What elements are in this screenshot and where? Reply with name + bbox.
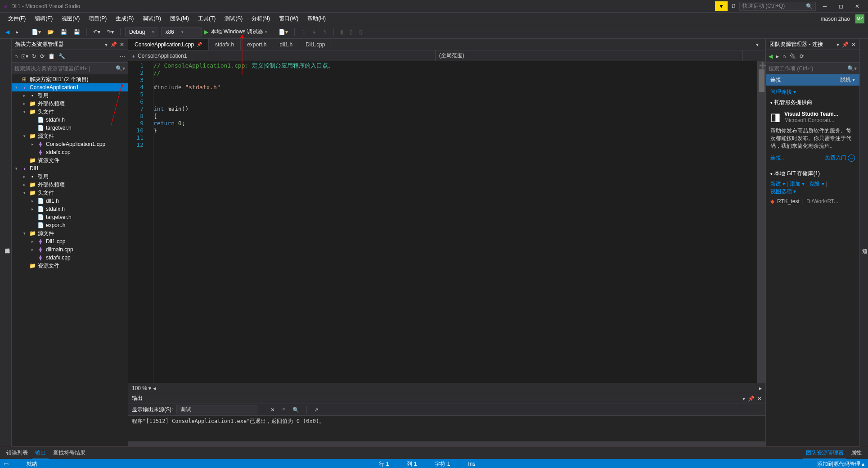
notifications-tab[interactable]: 通知 — [860, 39, 868, 447]
connect-link[interactable]: 连接... — [770, 154, 786, 162]
find-icon[interactable]: 🔍 — [291, 406, 301, 414]
git-action-link[interactable]: 添加 ▾ — [790, 181, 805, 187]
team-connect-header[interactable]: 连接 脱机 ▾ — [766, 74, 859, 86]
debugger-dropdown[interactable]: 本地 Windows 调试器▾ — [211, 28, 267, 36]
tree-item[interactable]: 📄export.h — [12, 221, 128, 229]
output-text[interactable]: 程序"[11512] ConsoleApplication1.exe"已退出，返… — [128, 416, 765, 441]
pin-icon[interactable]: 📌 — [842, 41, 849, 48]
tab-overflow-icon[interactable]: ▾ — [750, 39, 765, 50]
username-label[interactable]: mason zhao — [818, 16, 853, 22]
free-start-link[interactable]: 免费入门 — [825, 154, 846, 161]
forward-icon[interactable]: ▸ — [776, 53, 779, 59]
close-icon[interactable]: ✕ — [757, 395, 762, 402]
bottom-tab[interactable]: 错误列表 — [4, 447, 31, 459]
maximize-button[interactable]: ◻ — [834, 3, 848, 9]
menu-item[interactable]: 帮助(H) — [303, 13, 330, 24]
menu-item[interactable]: 分析(N) — [247, 13, 274, 24]
menu-item[interactable]: 工具(T) — [193, 13, 220, 24]
tree-item[interactable]: ▸⧫dllmain.cpp — [12, 245, 128, 254]
goto-icon[interactable]: ↗ — [312, 406, 320, 414]
nav-member-dropdown[interactable] — [743, 50, 765, 61]
close-icon[interactable]: ✕ — [120, 41, 124, 48]
solution-search-input[interactable] — [14, 65, 116, 72]
local-git-header[interactable]: ▾本地 GIT 存储库(1) — [770, 167, 855, 180]
document-tab[interactable]: ConsoleApplication1.cpp📌 — [128, 39, 209, 50]
config-dropdown[interactable]: Debug▾ — [125, 27, 158, 36]
tree-item[interactable]: ▾📁头文件 — [12, 189, 128, 197]
code-editor[interactable]: 123456789101112 // ConsoleApplication1.c… — [128, 61, 765, 383]
git-action-link[interactable]: 新建 ▾ — [770, 181, 785, 187]
new-item-button[interactable]: 📄▾ — [277, 28, 290, 36]
start-debug-play-icon[interactable]: ▶ — [204, 29, 208, 35]
zoom-dropdown[interactable]: 100 % ▾ ◂ — [132, 385, 156, 391]
clear-output-icon[interactable]: ✕ — [269, 406, 277, 414]
tree-item[interactable]: 📄stdafx.h — [12, 116, 128, 124]
tree-item[interactable]: 📄targetver.h — [12, 124, 128, 132]
save-all-button[interactable]: 💾 — [72, 28, 82, 36]
tree-item[interactable]: ▸▪引用 — [12, 173, 128, 181]
nav-fwd-button[interactable]: ▸ — [14, 28, 20, 36]
code-content[interactable]: // ConsoleApplication1.cpp: 定义控制台应用程序的入口… — [153, 61, 757, 383]
back-icon[interactable]: ◀ — [769, 53, 773, 59]
dropdown-icon[interactable]: ▾ — [837, 41, 839, 48]
solution-search[interactable]: 🔍▾ — [12, 63, 128, 74]
document-tab[interactable]: dll1.h — [273, 39, 299, 50]
menu-item[interactable]: 编辑(E) — [30, 13, 57, 24]
solution-tree[interactable]: ⊞解决方案'Dll1' (2 个项目)▾⬧ConsoleApplication1… — [12, 74, 128, 446]
team-search-input[interactable] — [769, 65, 847, 72]
home-icon[interactable]: ⌂ — [14, 53, 18, 59]
show-all-icon[interactable]: 📋 — [48, 53, 55, 59]
tree-item[interactable]: ▸⧫ConsoleApplication1.cpp — [12, 140, 128, 148]
output-scrollbar[interactable] — [128, 441, 765, 447]
save-button[interactable]: 💾 — [58, 28, 69, 36]
menu-item[interactable]: 团队(M) — [166, 13, 193, 24]
menu-item[interactable]: 生成(B) — [111, 13, 138, 24]
tree-item[interactable]: 📁资源文件 — [12, 262, 128, 270]
more-icon[interactable]: ⋯ — [120, 53, 125, 59]
bottom-tab[interactable]: 属性 — [848, 447, 864, 459]
tree-item[interactable]: ▾📁源文件 — [12, 132, 128, 140]
document-tab[interactable]: export.h — [241, 39, 273, 50]
nav-scope-dropdown[interactable]: (全局范围) — [436, 50, 743, 61]
bottom-tab[interactable]: 输出 — [32, 447, 49, 459]
open-file-button[interactable]: 📂 — [45, 28, 56, 36]
tree-item[interactable]: ▸📁外部依赖项 — [12, 181, 128, 189]
pin-icon[interactable]: 📌 — [748, 395, 755, 402]
document-tab[interactable]: Dll1.cpp — [299, 39, 332, 50]
menu-item[interactable]: 测试(S) — [220, 13, 247, 24]
arrow-circle-icon[interactable]: → — [848, 154, 855, 162]
undo-button[interactable]: ↶▾ — [91, 28, 102, 36]
view-options-link[interactable]: 视图选项 ▾ — [770, 188, 796, 195]
nav-back-button[interactable]: ◀ — [4, 28, 11, 36]
nav-type-dropdown[interactable]: ⬧ConsoleApplication1 — [128, 50, 436, 61]
refresh-icon[interactable]: ⟳ — [800, 53, 804, 59]
close-button[interactable]: ✕ — [850, 3, 864, 9]
menu-item[interactable]: 项目(P) — [84, 13, 111, 24]
tree-item[interactable]: ⊞解决方案'Dll1' (2 个项目) — [12, 75, 128, 83]
collapse-icon[interactable]: ⊡▾ — [21, 53, 28, 59]
platform-dropdown[interactable]: x86▾ — [161, 27, 202, 36]
menu-item[interactable]: 窗口(W) — [274, 13, 303, 24]
refresh-icon[interactable]: ⟳ — [40, 53, 45, 59]
tree-item[interactable]: ▸📁外部依赖项 — [12, 100, 128, 108]
document-tab[interactable]: stdafx.h — [209, 39, 241, 50]
toggle-wrap-icon[interactable]: ≡ — [280, 406, 287, 414]
tree-item[interactable]: ▾📁头文件 — [12, 108, 128, 116]
properties-icon[interactable]: 🔧 — [58, 53, 65, 59]
menu-item[interactable]: 调试(D) — [138, 13, 166, 24]
tree-item[interactable]: ▸⧫Dll1.cpp — [12, 237, 128, 245]
tree-item[interactable]: ⧫stdafx.cpp — [12, 254, 128, 262]
hosted-providers-header[interactable]: ▾托管服务提供商 — [770, 96, 855, 109]
tree-item[interactable]: ▸📄dll1.h — [12, 197, 128, 205]
dropdown-icon[interactable]: ▾ — [742, 395, 745, 402]
vertical-scrollbar[interactable]: ➕ — [757, 61, 765, 383]
pin-icon[interactable]: 📌 — [110, 41, 117, 48]
bottom-tab[interactable]: 查找符号结果 — [50, 447, 88, 459]
dropdown-icon[interactable]: ▾ — [105, 41, 108, 48]
home-icon[interactable]: ⌂ — [783, 53, 786, 59]
sync-icon[interactable]: ↻ — [32, 53, 36, 59]
status-scm[interactable]: 添加到源代码管理 ▴ — [817, 460, 864, 468]
plug-icon[interactable]: 🔌 — [789, 53, 796, 59]
fold-gutter[interactable] — [147, 61, 153, 383]
notification-flag-icon[interactable]: ▼ — [715, 1, 728, 11]
